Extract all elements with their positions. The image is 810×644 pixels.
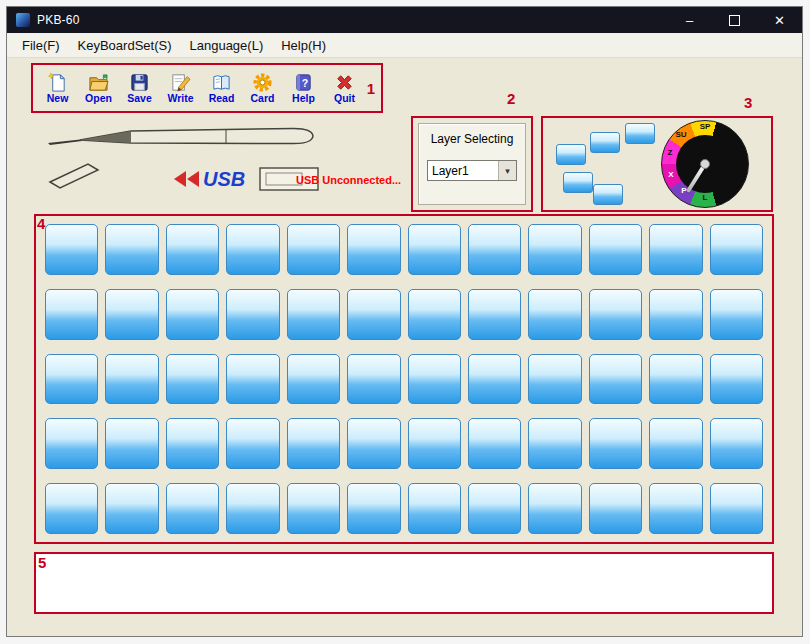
- help-book-icon: ?: [293, 72, 314, 93]
- key-button[interactable]: [528, 354, 581, 405]
- key-button[interactable]: [105, 483, 158, 534]
- key-button[interactable]: [710, 289, 763, 340]
- key-button[interactable]: [105, 289, 158, 340]
- maximize-button[interactable]: [712, 7, 757, 33]
- key-button[interactable]: [468, 354, 521, 405]
- key-button[interactable]: [347, 483, 400, 534]
- wheel-segment-label: X: [662, 170, 680, 179]
- minimize-button[interactable]: –: [667, 7, 712, 33]
- card-gear-icon: [252, 72, 273, 93]
- key-button[interactable]: [589, 224, 642, 275]
- key-button[interactable]: [287, 224, 340, 275]
- key-button[interactable]: [408, 224, 461, 275]
- jog-wheel[interactable]: SPSUZXPL: [661, 120, 749, 208]
- key-button[interactable]: [468, 289, 521, 340]
- key-button[interactable]: [408, 354, 461, 405]
- open-button[interactable]: Open: [78, 72, 119, 104]
- key-button[interactable]: [649, 224, 702, 275]
- toolbar-button-label: Save: [127, 92, 152, 104]
- key-button[interactable]: [468, 224, 521, 275]
- key-button[interactable]: [649, 354, 702, 405]
- side-key-button[interactable]: [563, 172, 593, 193]
- menu-help[interactable]: Help(H): [272, 35, 335, 56]
- quit-button[interactable]: Quit: [324, 72, 365, 104]
- key-button[interactable]: [166, 354, 219, 405]
- key-button[interactable]: [226, 224, 279, 275]
- key-button[interactable]: [347, 354, 400, 405]
- key-button[interactable]: [347, 289, 400, 340]
- key-button[interactable]: [528, 418, 581, 469]
- key-button[interactable]: [287, 483, 340, 534]
- key-button[interactable]: [166, 224, 219, 275]
- side-key-button[interactable]: [625, 123, 655, 144]
- key-button[interactable]: [589, 354, 642, 405]
- key-button[interactable]: [649, 483, 702, 534]
- key-button[interactable]: [287, 354, 340, 405]
- layer-group-title: Layer Selecting: [431, 132, 514, 146]
- key-button[interactable]: [45, 289, 98, 340]
- side-key-button[interactable]: [556, 144, 586, 165]
- card-button[interactable]: Card: [242, 72, 283, 104]
- toolbar-button-label: Write: [167, 92, 193, 104]
- save-button[interactable]: Save: [119, 72, 160, 104]
- key-button[interactable]: [226, 483, 279, 534]
- key-button[interactable]: [589, 289, 642, 340]
- key-button[interactable]: [408, 418, 461, 469]
- key-button[interactable]: [226, 354, 279, 405]
- key-button[interactable]: [589, 483, 642, 534]
- key-button[interactable]: [166, 418, 219, 469]
- key-button[interactable]: [649, 418, 702, 469]
- key-button[interactable]: [468, 483, 521, 534]
- close-button[interactable]: ✕: [757, 7, 802, 33]
- open-folder-icon: [88, 72, 109, 93]
- key-button[interactable]: [105, 354, 158, 405]
- key-button[interactable]: [468, 418, 521, 469]
- menu-language[interactable]: Language(L): [180, 35, 272, 56]
- window-controls: – ✕: [667, 7, 802, 33]
- toolbar: New Open Save Write: [31, 63, 383, 113]
- key-button[interactable]: [45, 483, 98, 534]
- key-button[interactable]: [408, 289, 461, 340]
- key-button[interactable]: [347, 418, 400, 469]
- key-button[interactable]: [287, 418, 340, 469]
- device-preview-panel: USB USB Unconnected...: [36, 118, 410, 208]
- toolbar-button-label: Quit: [334, 92, 355, 104]
- layer-groupbox: Layer Selecting Layer1 ▾: [418, 123, 526, 205]
- key-button[interactable]: [45, 354, 98, 405]
- key-button[interactable]: [528, 224, 581, 275]
- toolbar-button-label: Card: [251, 92, 275, 104]
- usb-status-text: USB Unconnected...: [296, 174, 401, 186]
- key-button[interactable]: [105, 418, 158, 469]
- write-button[interactable]: Write: [160, 72, 201, 104]
- layer-select[interactable]: Layer1 ▾: [427, 160, 517, 181]
- side-key-button[interactable]: [590, 132, 620, 153]
- key-button[interactable]: [226, 289, 279, 340]
- key-button[interactable]: [105, 224, 158, 275]
- menu-keyboardset[interactable]: KeyBoardSet(S): [69, 35, 181, 56]
- key-button[interactable]: [710, 224, 763, 275]
- key-button[interactable]: [166, 289, 219, 340]
- key-button[interactable]: [45, 418, 98, 469]
- read-button[interactable]: Read: [201, 72, 242, 104]
- new-button[interactable]: New: [37, 72, 78, 104]
- read-book-icon: [211, 72, 232, 93]
- wheel-segment-label: L: [696, 193, 714, 202]
- key-button[interactable]: [287, 289, 340, 340]
- key-button[interactable]: [166, 483, 219, 534]
- menubar: File(F) KeyBoardSet(S) Language(L) Help(…: [7, 33, 802, 58]
- help-button[interactable]: ? Help: [283, 72, 324, 104]
- key-button[interactable]: [710, 418, 763, 469]
- key-button[interactable]: [710, 354, 763, 405]
- key-button[interactable]: [710, 483, 763, 534]
- key-button[interactable]: [347, 224, 400, 275]
- key-button[interactable]: [528, 483, 581, 534]
- key-button[interactable]: [649, 289, 702, 340]
- menu-file[interactable]: File(F): [13, 35, 69, 56]
- key-button[interactable]: [589, 418, 642, 469]
- key-button[interactable]: [226, 418, 279, 469]
- key-button[interactable]: [528, 289, 581, 340]
- key-button[interactable]: [45, 224, 98, 275]
- wheel-hub-icon: [700, 159, 710, 169]
- key-button[interactable]: [408, 483, 461, 534]
- side-key-button[interactable]: [593, 184, 623, 205]
